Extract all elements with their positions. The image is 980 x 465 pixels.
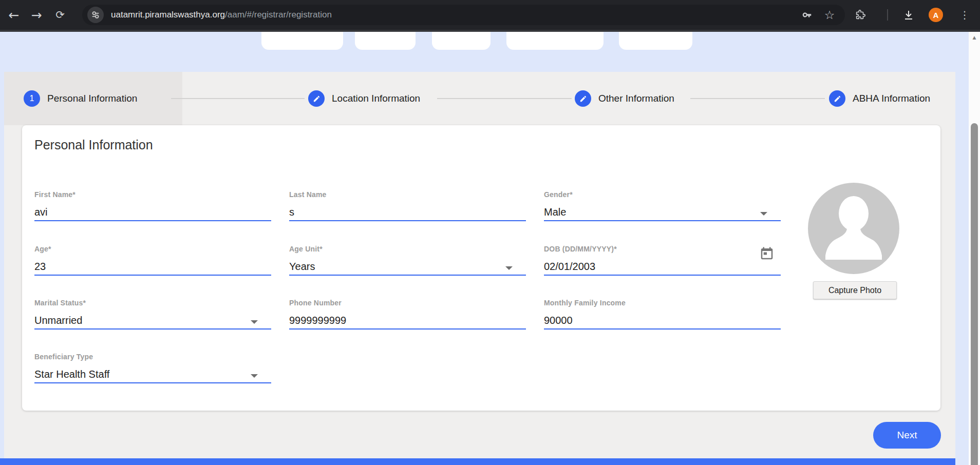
chevron-down-icon[interactable] (251, 374, 258, 378)
field-label: Last Name (289, 190, 526, 199)
capture-photo-button[interactable]: Capture Photo (813, 281, 897, 299)
scrollbar-thumb[interactable] (971, 123, 978, 465)
edit-icon (829, 90, 845, 107)
first-name-field: First Name* avi (34, 190, 271, 223)
field-label: First Name* (34, 190, 271, 199)
header-chip[interactable] (432, 32, 491, 50)
extensions-icon[interactable] (854, 8, 867, 22)
step-label: Other Information (598, 93, 674, 104)
field-underline (544, 275, 781, 276)
url-text[interactable]: uatamrit.piramalswasthya.org/aam/#/regis… (111, 10, 332, 20)
step-number-badge: 1 (24, 90, 40, 107)
forward-button[interactable]: → (26, 0, 47, 30)
field-label: Age Unit* (289, 245, 526, 254)
form-card: Personal Information First Name* avi Las… (22, 125, 940, 411)
step-location-information[interactable]: Location Information (308, 90, 420, 107)
registration-wizard: 1 Personal Information Location Informat… (4, 72, 955, 458)
profile-avatar[interactable]: A (929, 8, 943, 22)
bookmark-star-icon[interactable]: ☆ (823, 9, 836, 21)
field-underline (34, 275, 271, 276)
back-button[interactable]: ← (3, 0, 25, 30)
field-label: Gender* (544, 190, 781, 199)
beneficiary-type-field: Beneficiary Type Star Health Staff (34, 353, 271, 385)
chevron-down-icon[interactable] (251, 320, 258, 324)
step-label: ABHA Information (853, 93, 930, 104)
first-name-input[interactable]: avi (34, 205, 271, 219)
header-chip[interactable] (619, 32, 692, 50)
step-connector (437, 98, 572, 99)
marital-status-select[interactable]: Unmarried (34, 314, 271, 327)
browser-window: ← → ⟳ uatamrit.piramalswasthya.org/aam/#… (0, 0, 980, 465)
chevron-down-icon[interactable] (505, 266, 513, 270)
field-label: Monthly Family Income (544, 299, 781, 307)
page-title: Personal Information (34, 138, 153, 152)
field-underline (289, 328, 526, 330)
edit-icon (575, 90, 591, 107)
beneficiary-type-select[interactable]: Star Health Staff (34, 367, 271, 381)
gender-select[interactable]: Male (544, 205, 781, 219)
last-name-field: Last Name s (289, 190, 526, 223)
address-bar[interactable]: uatamrit.piramalswasthya.org/aam/#/regis… (82, 5, 845, 25)
field-underline (34, 220, 271, 221)
step-connector (690, 98, 825, 99)
site-info-icon[interactable] (87, 7, 104, 23)
field-label: Age* (34, 245, 271, 254)
edit-icon (308, 90, 325, 107)
reload-button[interactable]: ⟳ (49, 0, 71, 30)
field-label: Beneficiary Type (34, 353, 271, 361)
step-connector (171, 98, 305, 99)
step-abha-information[interactable]: ABHA Information (829, 90, 930, 107)
header-chip[interactable] (261, 32, 343, 50)
field-underline (34, 328, 271, 330)
header-chip[interactable] (355, 32, 416, 50)
url-path: /aam/#/registrar/registration (225, 10, 332, 20)
dob-field: DOB (DD/MM/YYYY)* 02/01/2003 (544, 245, 781, 278)
step-personal-information[interactable]: 1 Personal Information (24, 90, 137, 107)
scroll-up-icon[interactable]: ▲ (969, 35, 980, 40)
field-label: Phone Number (289, 299, 526, 307)
field-underline (544, 220, 781, 221)
browser-menu-icon[interactable]: ⋮ (957, 8, 972, 22)
toolbar-divider (887, 9, 888, 21)
step-other-information[interactable]: Other Information (575, 90, 674, 107)
download-icon[interactable] (902, 8, 915, 22)
calendar-icon[interactable] (759, 246, 775, 263)
header-chip[interactable] (506, 32, 604, 50)
field-underline (289, 275, 526, 276)
url-domain: uatamrit.piramalswasthya.org (111, 10, 225, 20)
password-key-icon[interactable] (801, 9, 813, 21)
photo-placeholder (808, 183, 899, 274)
monthly-family-income-input[interactable]: 90000 (544, 314, 781, 327)
field-label: Marital Status* (34, 299, 271, 307)
step-label: Personal Information (47, 93, 137, 104)
phone-number-input[interactable]: 9999999999 (289, 314, 526, 327)
dob-input[interactable]: 02/01/2003 (544, 260, 781, 273)
chevron-down-icon[interactable] (760, 212, 767, 216)
phone-number-field: Phone Number 9999999999 (289, 299, 526, 332)
marital-status-field: Marital Status* Unmarried (34, 299, 271, 332)
age-unit-select[interactable]: Years (289, 260, 526, 273)
age-unit-field: Age Unit* Years (289, 245, 526, 278)
field-underline (289, 220, 526, 221)
last-name-input[interactable]: s (289, 205, 526, 219)
person-icon (839, 196, 869, 231)
browser-toolbar: ← → ⟳ uatamrit.piramalswasthya.org/aam/#… (0, 0, 980, 30)
age-input[interactable]: 23 (34, 260, 271, 273)
field-underline (544, 328, 781, 330)
field-underline (34, 382, 271, 383)
next-button[interactable]: Next (873, 422, 941, 449)
stepper: 1 Personal Information Location Informat… (4, 72, 955, 125)
monthly-family-income-field: Monthly Family Income 90000 (544, 299, 781, 332)
gender-field: Gender* Male (544, 190, 781, 223)
scrollbar[interactable]: ▲ (969, 32, 980, 465)
age-field: Age* 23 (34, 245, 271, 278)
page-background: 1 Personal Information Location Informat… (0, 32, 969, 465)
step-label: Location Information (332, 93, 420, 104)
bottom-accent-bar (0, 458, 955, 465)
field-label: DOB (DD/MM/YYYY)* (544, 245, 781, 254)
